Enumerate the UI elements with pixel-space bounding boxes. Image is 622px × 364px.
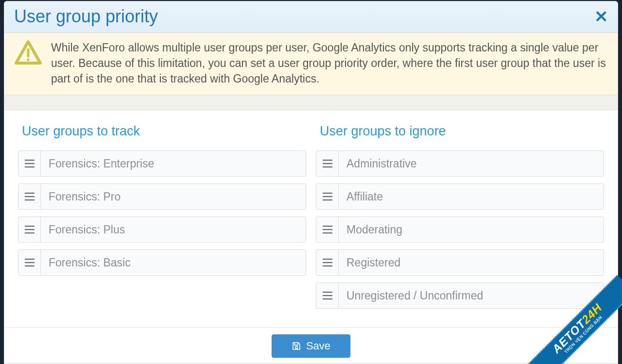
group-label: Administrative [339,151,604,176]
drag-icon [322,192,333,201]
drag-icon [322,159,333,168]
drag-icon [322,291,333,300]
drag-icon [24,159,35,168]
save-button[interactable]: Save [272,334,350,358]
section-divider [4,95,618,110]
group-label: Moderating [339,217,604,242]
group-label: Affiliate [339,184,604,209]
drag-handle[interactable] [18,250,41,275]
list-item[interactable]: Forensics: Basic [18,249,306,276]
group-label: Forensics: Enterprise [41,151,306,176]
track-column-title: User groups to track [18,124,306,139]
warning-icon [14,40,42,65]
list-item[interactable]: Registered [316,249,604,276]
list-item[interactable]: Forensics: Plus [18,216,306,243]
group-label: Forensics: Basic [41,250,306,275]
close-button[interactable]: ✕ [594,8,608,25]
svg-point-1 [27,58,29,61]
drag-handle[interactable] [316,151,339,176]
drag-icon [322,258,333,267]
svg-rect-29 [294,343,298,345]
drag-icon [24,258,35,267]
group-label: Unregistered / Unconfirmed [339,283,604,308]
drag-handle[interactable] [316,217,339,242]
save-icon [292,341,301,351]
drag-icon [24,225,35,234]
list-item[interactable]: Unregistered / Unconfirmed [316,282,604,309]
drag-handle[interactable] [316,250,339,275]
drag-icon [322,225,333,234]
ignore-column: User groups to ignore Administrative Aff… [316,124,604,315]
list-item[interactable]: Moderating [316,216,604,243]
notice-text: While XenForo allows multiple user group… [51,40,608,87]
ignore-column-title: User groups to ignore [316,124,604,139]
drag-handle[interactable] [316,184,339,209]
group-label: Forensics: Plus [41,217,306,242]
modal-title: User group priority [14,6,158,27]
modal-header: User group priority ✕ [4,1,618,33]
group-label: Forensics: Pro [41,184,306,209]
drag-handle[interactable] [18,217,41,242]
close-icon: ✕ [594,7,608,26]
track-column: User groups to track Forensics: Enterpri… [18,124,306,315]
list-item[interactable]: Forensics: Pro [18,183,306,210]
save-button-label: Save [306,340,330,352]
limitation-notice: While XenForo allows multiple user group… [4,33,618,95]
drag-icon [24,192,35,201]
user-group-priority-modal: User group priority ✕ While XenForo allo… [4,1,618,364]
drag-handle[interactable] [18,151,41,176]
modal-footer: Save [4,327,618,364]
list-item[interactable]: Affiliate [316,183,604,210]
group-label: Registered [339,250,604,275]
priority-columns: User groups to track Forensics: Enterpri… [4,110,618,327]
drag-handle[interactable] [316,283,339,308]
svg-point-30 [295,347,298,349]
drag-handle[interactable] [18,184,41,209]
list-item[interactable]: Forensics: Enterprise [18,150,306,177]
list-item[interactable]: Administrative [316,150,604,177]
